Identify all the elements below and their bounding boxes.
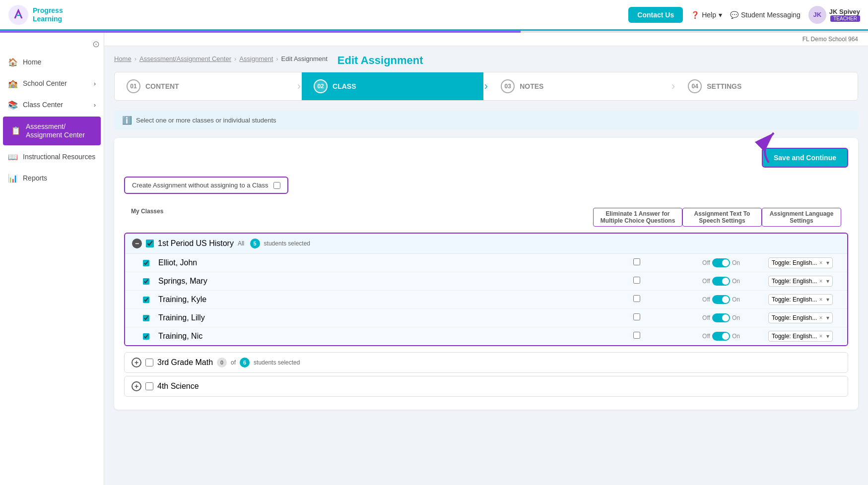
student-row-training-lilly: Training, Lilly Off On xyxy=(125,309,847,327)
class-4th-science-checkbox[interactable] xyxy=(145,382,153,390)
student-springs-name: Springs, Mary xyxy=(158,277,207,286)
sidebar-item-school-center[interactable]: 🏫 School Center › xyxy=(0,73,104,94)
main-card: Save and Continue Create Assignment with… xyxy=(114,138,858,410)
student-row-training-kyle: Training, Kyle Off On xyxy=(125,291,847,309)
step-label-3: NOTES xyxy=(520,82,543,90)
student-kyle-checkbox[interactable] xyxy=(143,297,149,303)
create-assignment-box: Create Assignment without assigning to a… xyxy=(124,177,288,194)
sidebar-item-class-center[interactable]: 📚 Class Center › xyxy=(0,94,104,116)
school-bar: FL Demo School 964 xyxy=(104,33,868,46)
student-lilly-name: Training, Lilly xyxy=(158,313,205,322)
sidebar-item-assessment[interactable]: 📋 Assessment/ Assignment Center xyxy=(3,117,101,145)
class-3rd-grade-total-count: 6 xyxy=(240,358,250,367)
sidebar-item-instructional[interactable]: 📖 Instructional Resources xyxy=(0,146,104,168)
sidebar-collapse-button[interactable]: ⊙ xyxy=(92,39,100,50)
messaging-link[interactable]: 💬 Student Messaging xyxy=(730,11,801,19)
class-3rd-grade-selected-count: 0 xyxy=(217,358,227,367)
help-link[interactable]: ❓ Help ▾ xyxy=(691,11,722,19)
info-box: ℹ️ Select one or more classes or individ… xyxy=(114,111,858,130)
student-row-training-nic: Training, Nic Off On xyxy=(125,327,847,345)
step-arrow-3: › xyxy=(670,72,676,100)
logo-icon xyxy=(8,4,29,25)
step-label-4: SETTINGS xyxy=(707,82,741,90)
breadcrumb-home[interactable]: Home xyxy=(114,55,132,62)
message-icon: 💬 xyxy=(730,11,738,19)
lang-clear-icon[interactable]: × xyxy=(819,259,822,266)
create-assignment-row: Create Assignment without assigning to a… xyxy=(124,177,848,194)
student-nic-eliminate-checkbox[interactable] xyxy=(633,332,640,339)
sidebar: ⊙ 🏠 Home 🏫 School Center › 📚 Class Cente… xyxy=(0,33,104,485)
school-icon: 🏫 xyxy=(8,79,18,88)
class-3rd-grade-name: 3rd Grade Math xyxy=(157,358,213,367)
student-lilly-speech-toggle[interactable] xyxy=(712,313,730,322)
save-section: Save and Continue xyxy=(124,148,848,168)
header-right: Contact Us ❓ Help ▾ 💬 Student Messaging … xyxy=(628,6,860,24)
breadcrumb-current: Edit Assignment xyxy=(281,55,328,62)
students-selected-label: students selected xyxy=(264,240,310,247)
col-header-classes: My Classes xyxy=(131,208,593,227)
contact-button[interactable]: Contact Us xyxy=(628,7,683,23)
student-nic-checkbox[interactable] xyxy=(143,333,149,340)
col-header-speech: Assignment Text To Speech Settings xyxy=(682,208,762,227)
class-1st-period-header: − 1st Period US History All 5 students s… xyxy=(125,234,847,254)
breadcrumb-assignment-center[interactable]: Assessment/Assignment Center xyxy=(139,55,231,62)
student-springs-eliminate-checkbox[interactable] xyxy=(633,277,640,284)
student-elliot-speech-toggle[interactable] xyxy=(712,258,730,267)
info-icon: ℹ️ xyxy=(122,116,132,125)
student-nic-speech-toggle[interactable] xyxy=(712,332,730,341)
toggle-off-label: Off xyxy=(702,259,710,266)
student-elliot-eliminate-checkbox[interactable] xyxy=(633,258,640,265)
sidebar-item-home[interactable]: 🏠 Home xyxy=(0,52,104,73)
student-nic-lang-dropdown[interactable]: Toggle: English... × ▾ xyxy=(768,331,833,342)
lang-clear-icon-4[interactable]: × xyxy=(819,314,822,321)
class-4th-science-name: 4th Science xyxy=(157,382,199,391)
lang-chevron-icon: ▾ xyxy=(826,259,829,266)
student-springs-speech-toggle[interactable] xyxy=(712,277,730,286)
col-header-language: Assignment Language Settings xyxy=(762,208,841,227)
student-kyle-lang-dropdown[interactable]: Toggle: English... × ▾ xyxy=(768,294,833,305)
reports-icon: 📊 xyxy=(8,174,18,183)
logo-line2: Learning xyxy=(33,15,62,23)
step-settings[interactable]: 04 SETTINGS xyxy=(676,72,858,100)
page-title: Edit Assignment xyxy=(337,54,423,67)
chevron-right-icon: › xyxy=(94,80,96,87)
student-elliot-checkbox[interactable] xyxy=(143,260,149,266)
step-num-4: 04 xyxy=(688,79,702,93)
student-springs-lang-dropdown[interactable]: Toggle: English... × ▾ xyxy=(768,276,833,287)
layout: ⊙ 🏠 Home 🏫 School Center › 📚 Class Cente… xyxy=(0,33,868,485)
lang-clear-icon-5[interactable]: × xyxy=(819,333,822,340)
expand-3rd-grade-button[interactable]: + xyxy=(132,358,141,367)
student-kyle-speech-toggle[interactable] xyxy=(712,295,730,304)
lang-clear-icon-3[interactable]: × xyxy=(819,296,822,303)
create-assignment-checkbox[interactable] xyxy=(273,182,280,189)
student-lilly-lang-dropdown[interactable]: Toggle: English... × ▾ xyxy=(768,312,833,323)
sidebar-item-reports[interactable]: 📊 Reports xyxy=(0,168,104,189)
breadcrumb-assignment[interactable]: Assignment xyxy=(239,55,273,62)
student-springs-checkbox[interactable] xyxy=(143,278,149,285)
student-lilly-checkbox[interactable] xyxy=(143,315,149,321)
expand-4th-science-button[interactable]: + xyxy=(132,381,141,391)
class-1st-period-name: 1st Period US History xyxy=(158,239,234,248)
step-class[interactable]: 02 CLASS xyxy=(302,72,483,100)
home-icon: 🏠 xyxy=(8,58,18,67)
logo-line1: Progress xyxy=(33,6,63,14)
collapse-1st-period-button[interactable]: − xyxy=(132,239,142,248)
class-group-4th-science: + 4th Science xyxy=(124,376,848,397)
class-1st-period-count: 5 xyxy=(250,239,260,248)
step-notes[interactable]: 03 NOTES xyxy=(489,72,670,100)
lang-chevron-icon-2: ▾ xyxy=(826,278,829,285)
student-row-elliot: Elliot, John Off On xyxy=(125,254,847,272)
student-elliot-lang-dropdown[interactable]: Toggle: English... × ▾ xyxy=(768,257,833,268)
lang-chevron-icon-4: ▾ xyxy=(826,314,829,321)
save-continue-button[interactable]: Save and Continue xyxy=(762,148,848,168)
student-kyle-eliminate-checkbox[interactable] xyxy=(633,295,640,302)
content-area: Home › Assessment/Assignment Center › As… xyxy=(104,46,868,418)
class-3rd-grade-checkbox[interactable] xyxy=(145,359,153,366)
lang-value-2: Toggle: English... xyxy=(772,278,817,285)
user-name: JK Spivey xyxy=(829,8,860,15)
table-column-headers: My Classes Eliminate 1 Answer for Multip… xyxy=(124,204,848,231)
student-lilly-eliminate-checkbox[interactable] xyxy=(633,313,640,320)
step-content[interactable]: 01 CONTENT xyxy=(115,72,296,100)
class-1st-period-checkbox[interactable] xyxy=(146,240,154,247)
lang-clear-icon-2[interactable]: × xyxy=(819,278,822,285)
